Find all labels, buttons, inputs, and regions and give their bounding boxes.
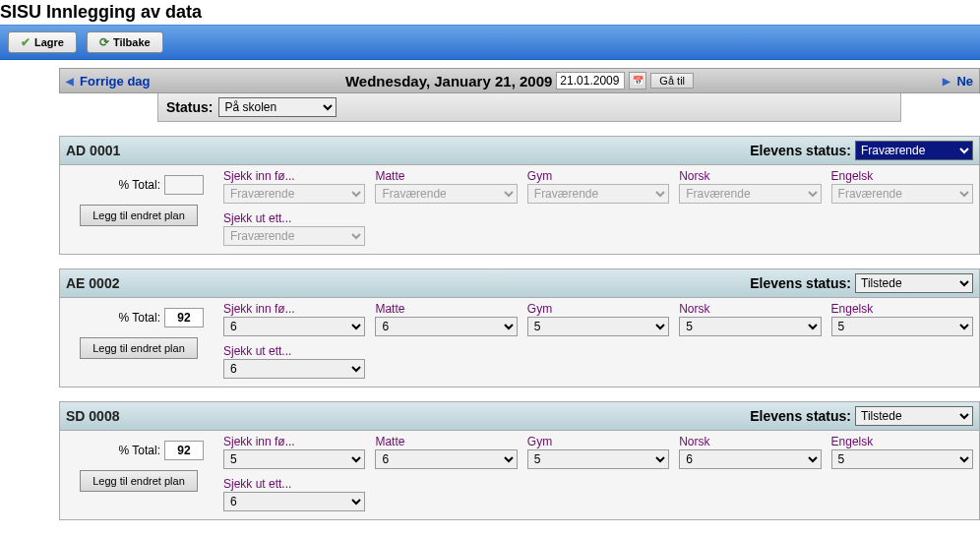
student-body: % Total:Legg til endret planSjekk inn fø… bbox=[60, 298, 979, 387]
total-input[interactable] bbox=[164, 175, 204, 195]
grade-select-matte[interactable]: 6 bbox=[375, 317, 517, 336]
change-plan-button[interactable]: Legg til endret plan bbox=[80, 205, 198, 226]
total-label: % Total: bbox=[119, 178, 160, 192]
total-input[interactable] bbox=[164, 441, 204, 460]
student-status-select[interactable]: Fraværende bbox=[855, 141, 973, 160]
grade-select-norsk: Fraværende bbox=[679, 184, 821, 204]
grade-cell-engelsk: Engelsk5 bbox=[831, 302, 973, 336]
total-row: % Total: bbox=[66, 308, 223, 328]
student-left-column: % Total:Legg til endret plan bbox=[66, 302, 223, 379]
change-plan-button[interactable]: Legg til endret plan bbox=[80, 337, 198, 359]
change-plan-button[interactable]: Legg til endret plan bbox=[80, 470, 198, 492]
student-status-wrap: Elevens status:Tilstede bbox=[750, 273, 973, 293]
grade-cell-gym: GymFraværende bbox=[527, 169, 669, 204]
previous-day-link[interactable]: ◀ Forrige dag bbox=[66, 74, 151, 89]
grade-cell-norsk: NorskFraværende bbox=[679, 169, 821, 204]
grade-select-norsk[interactable]: 5 bbox=[679, 317, 821, 336]
grade-select-gym[interactable]: 5 bbox=[527, 317, 669, 336]
subject-label: Sjekk ut ett... bbox=[223, 344, 365, 358]
subject-label: Norsk bbox=[679, 169, 821, 183]
grade-cell-checkin: Sjekk inn fø...6 bbox=[223, 302, 365, 336]
grade-select-checkout[interactable]: 6 bbox=[223, 492, 365, 511]
student-status-label: Elevens status: bbox=[750, 408, 851, 424]
subject-label: Gym bbox=[527, 302, 669, 316]
subject-label: Sjekk ut ett... bbox=[223, 211, 365, 225]
calendar-button[interactable]: 📅 bbox=[629, 72, 646, 89]
student-status-wrap: Elevens status:Tilstede bbox=[750, 406, 973, 426]
grade-cell-engelsk: Engelsk5 bbox=[831, 435, 973, 469]
total-row: % Total: bbox=[66, 441, 223, 460]
grade-select-engelsk: Fraværende bbox=[831, 184, 973, 204]
student-header: AD 0001Elevens status:Fraværende bbox=[60, 137, 979, 165]
student-status-select[interactable]: Tilstede bbox=[855, 273, 973, 293]
student-status-select[interactable]: Tilstede bbox=[855, 406, 973, 426]
grade-cell-matte: Matte6 bbox=[375, 302, 517, 336]
student-header: AE 0002Elevens status:Tilstede bbox=[60, 269, 979, 298]
subject-label: Sjekk inn fø... bbox=[223, 435, 365, 448]
grade-select-gym: Fraværende bbox=[527, 184, 669, 204]
grade-select-checkin[interactable]: 6 bbox=[223, 317, 365, 336]
calendar-icon: 📅 bbox=[633, 76, 643, 86]
grade-select-engelsk[interactable]: 5 bbox=[831, 449, 973, 469]
grade-select-checkout: Fraværende bbox=[223, 226, 365, 246]
grade-cell-matte: Matte6 bbox=[375, 435, 517, 469]
student-left-column: % Total:Legg til endret plan bbox=[66, 435, 223, 511]
save-button-label: Lagre bbox=[34, 36, 64, 48]
grade-cell-gym: Gym5 bbox=[527, 435, 669, 469]
back-button[interactable]: ⟳ Tilbake bbox=[87, 31, 163, 53]
grade-cell-gym: Gym5 bbox=[527, 302, 669, 336]
student-body: % Total:Legg til endret planSjekk inn fø… bbox=[60, 165, 979, 254]
triangle-left-icon: ◀ bbox=[66, 76, 74, 87]
subject-label: Engelsk bbox=[831, 302, 973, 316]
grade-cell-matte: MatteFraværende bbox=[375, 169, 517, 204]
grade-select-checkin: Fraværende bbox=[223, 184, 365, 204]
student-status-label: Elevens status: bbox=[750, 275, 851, 291]
previous-day-label: Forrige dag bbox=[80, 74, 151, 89]
subject-label: Matte bbox=[375, 302, 517, 316]
student-panel: AD 0001Elevens status:Fraværende% Total:… bbox=[59, 136, 980, 255]
grade-grid: Sjekk inn fø...FraværendeMatteFraværende… bbox=[223, 169, 973, 246]
back-button-label: Tilbake bbox=[113, 36, 151, 48]
grade-grid: Sjekk inn fø...6Matte6Gym5Norsk5Engelsk5… bbox=[223, 302, 973, 379]
triangle-right-icon: ▶ bbox=[943, 76, 950, 87]
status-select[interactable]: På skolen bbox=[218, 97, 337, 117]
total-row: % Total: bbox=[66, 175, 223, 195]
grade-select-gym[interactable]: 5 bbox=[527, 449, 669, 469]
date-navigation-bar: ◀ Forrige dag Wednesday, January 21, 200… bbox=[59, 68, 980, 93]
status-bar: Status: På skolen bbox=[157, 93, 901, 122]
grade-cell-norsk: Norsk6 bbox=[679, 435, 821, 469]
status-label: Status: bbox=[166, 99, 213, 115]
grade-grid: Sjekk inn fø...5Matte6Gym5Norsk6Engelsk5… bbox=[223, 435, 973, 511]
save-button[interactable]: ✔ Lagre bbox=[8, 31, 77, 53]
subject-label: Norsk bbox=[679, 302, 821, 316]
student-id: SD 0008 bbox=[66, 408, 119, 424]
grade-select-norsk[interactable]: 6 bbox=[679, 449, 821, 469]
subject-label: Sjekk ut ett... bbox=[223, 477, 365, 491]
grade-select-matte[interactable]: 6 bbox=[375, 449, 517, 469]
page-title: SISU Innlegging av data bbox=[0, 0, 980, 25]
student-id: AE 0002 bbox=[66, 275, 119, 291]
grade-cell-checkout: Sjekk ut ett...6 bbox=[223, 477, 365, 511]
next-day-link[interactable]: ▶ Ne bbox=[943, 74, 973, 89]
subject-label: Sjekk inn fø... bbox=[223, 169, 365, 183]
grade-cell-engelsk: EngelskFraværende bbox=[831, 169, 973, 204]
date-input[interactable] bbox=[556, 72, 625, 89]
total-input[interactable] bbox=[164, 308, 204, 328]
grade-cell-checkin: Sjekk inn fø...5 bbox=[223, 435, 365, 469]
grade-cell-checkout: Sjekk ut ett...Fraværende bbox=[223, 211, 365, 246]
toolbar: ✔ Lagre ⟳ Tilbake bbox=[0, 25, 980, 60]
student-header: SD 0008Elevens status:Tilstede bbox=[60, 402, 979, 431]
grade-select-matte: Fraværende bbox=[375, 184, 517, 204]
goto-button[interactable]: Gå til bbox=[650, 73, 694, 89]
grade-cell-checkin: Sjekk inn fø...Fraværende bbox=[223, 169, 365, 204]
student-body: % Total:Legg til endret planSjekk inn fø… bbox=[60, 431, 979, 519]
total-label: % Total: bbox=[119, 311, 160, 325]
total-label: % Total: bbox=[119, 444, 160, 457]
subject-label: Norsk bbox=[679, 435, 821, 448]
grade-select-checkin[interactable]: 5 bbox=[223, 449, 365, 469]
current-date-label: Wednesday, January 21, 2009 bbox=[345, 73, 552, 89]
grade-select-engelsk[interactable]: 5 bbox=[831, 317, 973, 336]
student-left-column: % Total:Legg til endret plan bbox=[66, 169, 223, 246]
student-status-wrap: Elevens status:Fraværende bbox=[750, 141, 973, 160]
grade-select-checkout[interactable]: 6 bbox=[223, 359, 365, 379]
